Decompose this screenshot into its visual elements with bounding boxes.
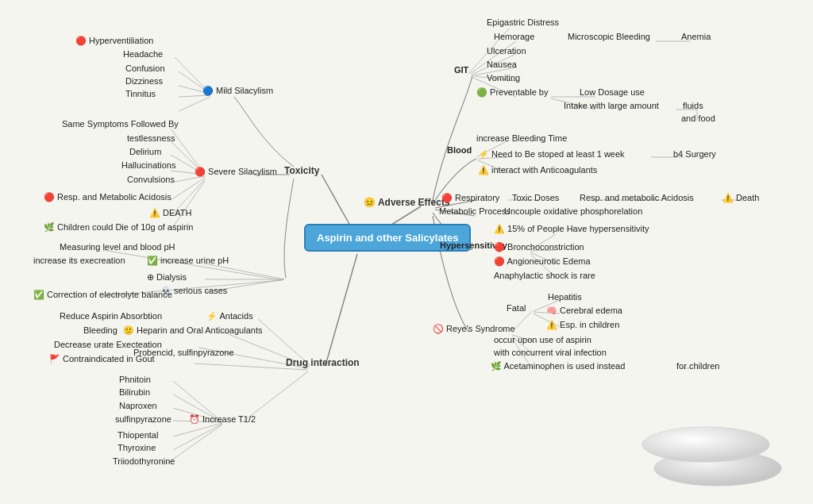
confusion-node: Confusion xyxy=(125,63,165,73)
headache-node: Headache xyxy=(123,49,163,59)
same-symptoms-node: Same Symptoms Followed By xyxy=(62,119,179,129)
dialysis-node: ⊕ Dialysis xyxy=(147,272,187,283)
measuring-node: Measuring level and blood pH xyxy=(60,242,175,252)
increase-excretion-node: increase its execreation xyxy=(33,256,125,265)
resp-acidosis-node: 🔴 Resp. and Metabolic Acidosis xyxy=(44,192,171,202)
correction-node: ✅ Correction of electrolyte balance xyxy=(33,290,172,300)
children-die-node: 🌿 Children could Die of 10g of aspirin xyxy=(44,222,193,233)
uncouple-node: Uncouple oxidative phosphorelation xyxy=(504,206,642,216)
phnitoin-node: Phnitoin xyxy=(119,375,151,384)
for-children-node: for children xyxy=(676,361,719,371)
drug-interaction-label: Drug interaction xyxy=(286,357,360,368)
percent15-node: ⚠️ 15% of People Have hypersensitivity xyxy=(494,224,649,234)
anemia-node: Anemia xyxy=(681,32,711,41)
bronchoconstriction-node: 🔴 Bronchoconstriction xyxy=(494,242,584,252)
svg-line-13 xyxy=(171,176,205,183)
bleeding-node: Bleeding xyxy=(83,325,118,335)
b4-surgery-node: b4 Surgery xyxy=(673,149,716,159)
toxicity-label: Toxicity xyxy=(284,165,319,176)
low-dosage-node: Low Dosage use xyxy=(580,87,645,97)
heparin-node: 🙁 Heparin and Oral Anticoagulants xyxy=(123,325,262,336)
epigastric-node: Epigastric Distress xyxy=(487,17,559,27)
svg-line-32 xyxy=(173,424,222,450)
increase-urine-node: ✅ increase urine pH xyxy=(147,256,229,266)
increase-t12-node: ⏰ Increase T1/2 xyxy=(189,414,256,425)
concurrent-node: with concurrent viral infection xyxy=(494,348,607,357)
svg-line-33 xyxy=(167,425,222,464)
svg-line-8 xyxy=(179,97,210,111)
mild-silacylism-node: 🔵 Mild Silacylism xyxy=(202,86,273,96)
resp-metabolic-acidosis-node: Resp. and metabolic Acidosis xyxy=(580,193,694,202)
svg-line-17 xyxy=(205,264,284,279)
preventable-node: 🟢 Preventable by xyxy=(476,87,548,98)
death-node: ⚠️ DEATH xyxy=(149,208,192,218)
blood-node: Blood xyxy=(447,145,472,155)
angioneurotic-node: 🔴 Angioneurotic Edema xyxy=(494,256,591,267)
svg-line-14 xyxy=(171,178,205,200)
fatal-node: Fatal xyxy=(507,303,526,313)
and-food-node: and food xyxy=(681,113,715,123)
tinnitus-node: Tinnitus xyxy=(125,89,156,98)
sulfinpyrazone-node: sulfinpyrazone xyxy=(115,414,171,424)
microscopic-node: Microscopic Bleeding xyxy=(568,32,650,41)
adverse-effects-label: 😐 Adverse Effects xyxy=(364,197,450,208)
occur-upon-node: occur upon use of aspirin xyxy=(494,335,591,344)
toxic-doses-node: Toxic Doses xyxy=(512,193,559,202)
dizziness-node: Dizziness xyxy=(125,76,163,86)
esp-children-node: ⚠️ Esp. in children xyxy=(546,320,619,330)
vomiting-node: Vomiting xyxy=(487,73,520,83)
convulsions-node: Convulsions xyxy=(127,175,175,184)
acetaminophen-node: 🌿 Acetaminophen is used instead xyxy=(491,361,625,371)
cerebral-node: 🧠 Cerebral edema xyxy=(546,306,622,316)
hallucinations-node: Hallucinations xyxy=(121,160,175,170)
thyroxine-node: Thyroxine xyxy=(118,443,156,452)
nausea-node: Nausea xyxy=(487,60,517,69)
interact-anticoag-node: ⚠️ interact with Anticoagulants xyxy=(478,165,597,175)
svg-point-69 xyxy=(642,427,769,462)
git-node: GIT xyxy=(454,65,468,75)
fluids-node: fluids xyxy=(683,101,703,110)
reduce-aspirin-node: Reduce Aspirin Absorbtion xyxy=(60,311,162,321)
hepatitis-node: Hepatitis xyxy=(548,292,582,302)
hyperventilation-node: 🔴 Hyperventiliation xyxy=(75,36,153,46)
bilirubin-node: Bilirubin xyxy=(119,387,150,397)
naproxen-node: Naproxen xyxy=(119,401,157,410)
intake-large-node: Intake with large amount xyxy=(564,101,659,110)
delirium-node: Delirium xyxy=(129,147,161,156)
severe-silacylism-node: 🔴 Severe Silacylism xyxy=(195,167,277,177)
hemorage-node: Hemorage xyxy=(494,32,534,41)
need-stoped-node: ⚡ Need to Be stoped at least 1 week xyxy=(478,149,625,160)
thiopental-node: Thiopental xyxy=(118,430,158,440)
metabolic-node: Metabolic Process xyxy=(439,206,511,216)
anaphylactic-node: Anaphylactic shock is rare xyxy=(494,271,595,280)
increase-bleeding-node: increase Bleeding Time xyxy=(476,133,567,143)
svg-line-2 xyxy=(326,254,357,365)
ulceration-node: Ulceration xyxy=(487,46,526,56)
antacids-node: ⚡ Antacids xyxy=(206,311,253,321)
probencid-node: Probencid, sulfinpyrazone xyxy=(133,348,234,357)
triiodothyronine-node: Triiodothyronine xyxy=(113,456,175,466)
aspirin-pill-image xyxy=(630,377,789,488)
reyes-node: 🚫 Reye's Syndrome xyxy=(433,324,515,334)
svg-line-31 xyxy=(173,423,222,437)
testlessness-node: testlessness xyxy=(127,133,175,143)
death2-node: ⚠️ Death xyxy=(722,193,759,203)
respiratory-node: 🔴 Respiratory xyxy=(441,193,499,203)
